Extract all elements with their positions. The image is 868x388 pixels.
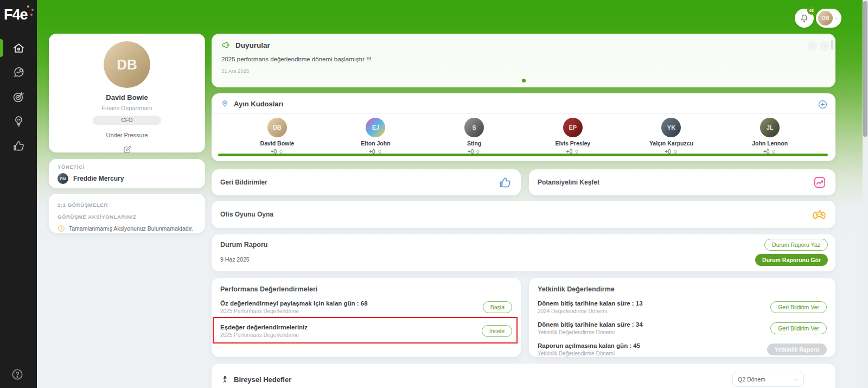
chevron-down-icon xyxy=(834,15,839,22)
edit-pencil-icon xyxy=(123,145,132,154)
meetings-subtitle: GÖRÜŞME AKSİYONLARINIZ xyxy=(58,214,196,220)
manager-label: YÖNETİCİ xyxy=(58,164,196,170)
kudos-avatar: YK xyxy=(661,118,681,137)
give-feedback-button-2[interactable]: Geri Bildirim Ver xyxy=(770,322,827,334)
kudos-title: Ayın Kudosları xyxy=(234,100,283,108)
eval-item-subtitle: 2024 Değerlendirme Dönemi xyxy=(538,308,643,314)
kudos-avatar: S xyxy=(464,118,484,137)
chat-face-icon xyxy=(12,66,25,79)
competency-item-1: Dönem bitiş tarihine kalan süre : 13 202… xyxy=(538,300,827,314)
kudos-person[interactable]: DB David Bowie +0 xyxy=(245,118,310,155)
competency-item-3: Raporun açılmasına kalan gün : 45 Yetkin… xyxy=(538,342,827,357)
review-peer-evaluations-button[interactable]: İncele xyxy=(482,325,512,337)
start-self-evaluation-button[interactable]: Başla xyxy=(483,301,512,313)
kudos-person[interactable]: YK Yalçın Karpuzcu +0 xyxy=(639,118,704,155)
individual-goals-card: Bireysel Hedefler Q2 Dönem xyxy=(212,364,835,388)
meetings-empty-text: Tamamlanmamış Aksiyonunuz Bulunmamaktadı… xyxy=(69,225,193,232)
user-menu[interactable]: DB xyxy=(816,9,841,28)
period-select-value: Q2 Dönem xyxy=(738,376,765,383)
kudos-person[interactable]: EP Elvis Presley +0 xyxy=(540,118,605,155)
competency-report-button[interactable]: Yetkinlik Raporu xyxy=(767,344,827,355)
manager-avatar: FM xyxy=(58,173,68,184)
eval-item-title: Dönem bitiş tarihine kalan süre : 13 xyxy=(538,300,643,307)
feedback-link-card[interactable]: Geri Bildirimler xyxy=(212,169,521,195)
manager-name: Freddie Mercury xyxy=(73,175,124,182)
person-goal-icon xyxy=(220,375,229,384)
kudos-avatar: JL xyxy=(760,118,780,137)
app-screen: F4e xyxy=(0,0,868,388)
sidebar-item-meetings[interactable] xyxy=(0,60,37,85)
home-icon xyxy=(12,41,25,55)
kudos-progress-bar xyxy=(218,154,828,156)
kudos-bulb-icon xyxy=(220,99,229,109)
performance-evaluations-card: Performans Değerlendirmeleri Öz değerlen… xyxy=(212,278,521,357)
kudos-person[interactable]: JL John Lennon +0 xyxy=(737,118,802,155)
goals-title: Bireysel Hedefler xyxy=(234,376,291,384)
performance-item-self: Öz değerlendirmeyi paylaşmak için kalan … xyxy=(220,300,512,314)
announcements-card: Duyurular 2025 performans değerlendirme … xyxy=(212,34,835,87)
bell-icon xyxy=(799,13,809,23)
period-select[interactable]: Q2 Dönem xyxy=(732,372,804,387)
give-feedback-button-1[interactable]: Geri Bildirim Ver xyxy=(770,301,827,313)
manager-row[interactable]: FM Freddie Mercury xyxy=(58,173,196,184)
announcements-header: Duyurular xyxy=(221,40,826,50)
kudos-person-name: Sting xyxy=(467,140,481,147)
eval-item-subtitle: Yetkinlik Değerlendirme Dönemi xyxy=(538,329,643,335)
carousel-next-button[interactable] xyxy=(820,41,830,51)
profile-avatar: DB xyxy=(104,41,150,88)
announcement-message: 2025 performans değerlendirme dönemi baş… xyxy=(221,56,826,62)
kudos-avatar: EJ xyxy=(366,118,385,137)
performance-item-peer: Eşdeğer değerlendirmeleriniz 2025 Perfor… xyxy=(220,324,512,338)
eval-item-subtitle: Yetkinlik Değerlendirme Dönemi xyxy=(538,351,640,357)
meetings-empty-state: Tamamlanmamış Aksiyonunuz Bulunmamaktadı… xyxy=(58,225,196,232)
brand-logo: F4e xyxy=(4,7,28,23)
notification-badge: 46 xyxy=(807,7,815,15)
main-content: 46 DB DB David Bowie Finans Departmanı C… xyxy=(37,0,868,388)
sidebar-item-feedback[interactable] xyxy=(0,133,37,158)
carousel-prev-button[interactable] xyxy=(807,41,818,51)
write-status-report-button[interactable]: Durum Raporu Yaz xyxy=(764,239,828,251)
eval-item-subtitle: 2025 Performans Değerlendirme xyxy=(220,308,368,314)
profile-department: Finans Departmanı xyxy=(49,105,205,111)
kudos-person-name: John Lennon xyxy=(752,140,788,147)
eval-item-title: Dönem bitiş tarihine kalan süre : 34 xyxy=(538,321,643,328)
active-indicator xyxy=(0,39,3,57)
manager-card: YÖNETİCİ FM Freddie Mercury xyxy=(49,159,205,188)
megaphone-icon xyxy=(221,40,231,50)
profile-edit-button[interactable] xyxy=(122,145,132,155)
sidebar-item-kudos[interactable] xyxy=(0,109,37,133)
announcements-carousel-nav xyxy=(807,41,830,51)
page-scrollbar-track[interactable] xyxy=(863,0,868,388)
user-avatar: DB xyxy=(818,11,833,26)
status-report-date: 9 Haz 2025 xyxy=(220,256,827,263)
notifications-button[interactable]: 46 xyxy=(795,9,814,28)
kudos-person[interactable]: EJ Elton John +0 xyxy=(343,118,408,155)
kudos-people-row: DB David Bowie +0 EJ Elton John +0 S Sti… xyxy=(212,114,835,155)
view-status-report-button[interactable]: Durum Raporunu Gör xyxy=(755,254,828,266)
trend-chart-icon xyxy=(813,175,827,189)
sidebar-item-home[interactable] xyxy=(0,36,37,60)
competency-evaluation-card: Yetkinlik Değerlendirme Dönem bitiş tari… xyxy=(529,278,835,357)
potential-link-card[interactable]: Potansiyelini Keşfet xyxy=(529,169,835,195)
status-report-card: Durum Raporu 9 Haz 2025 Durum Raporu Yaz… xyxy=(212,234,835,271)
office-game-card[interactable]: Ofis Oyunu Oyna xyxy=(212,201,835,228)
sidebar-item-goals[interactable] xyxy=(0,85,37,109)
kudos-avatar: DB xyxy=(267,118,287,137)
add-kudos-button[interactable] xyxy=(818,99,828,110)
page-scrollbar-thumb[interactable] xyxy=(863,1,867,137)
carousel-dot[interactable] xyxy=(522,79,526,82)
kudos-person[interactable]: S Sting +0 xyxy=(442,118,507,155)
eval-item-title: Raporun açılmasına kalan gün : 45 xyxy=(538,342,640,349)
status-report-title: Durum Raporu xyxy=(220,241,827,249)
thumbs-up-blue-icon xyxy=(498,175,512,189)
announcements-scrollbar[interactable] xyxy=(831,40,833,49)
competency-item-2: Dönem bitiş tarihine kalan süre : 34 Yet… xyxy=(538,321,827,335)
eval-item-title: Öz değerlendirmeyi paylaşmak için kalan … xyxy=(220,300,368,307)
meetings-card: 1:1 GÖRÜŞMELER GÖRÜŞME AKSİYONLARINIZ Ta… xyxy=(49,194,205,233)
kudos-avatar: EP xyxy=(563,118,583,137)
help-button[interactable] xyxy=(11,368,24,381)
kudos-person-name: Yalçın Karpuzcu xyxy=(649,140,693,147)
kudos-person-name: David Bowie xyxy=(260,140,294,147)
eval-item-title: Eşdeğer değerlendirmeleriniz xyxy=(220,324,308,330)
kudos-header: Ayın Kudosları xyxy=(212,93,835,114)
